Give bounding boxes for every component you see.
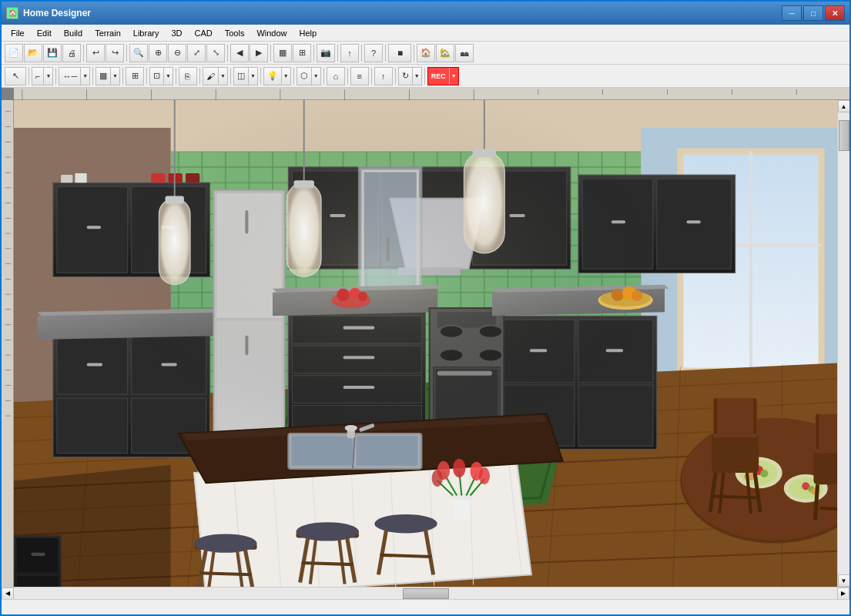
prev-page-button[interactable]: ◀ [230,44,249,62]
polyline-tool[interactable]: ⌐▼ [32,67,53,85]
cabinet-tool[interactable]: ▦▼ [95,67,120,85]
ruler-top: | | | | | | | | | | | | | | | | | | | | … [14,88,849,100]
kitchen-render [14,100,837,587]
scroll-track-v[interactable] [838,112,849,574]
menu-item-file[interactable]: File [5,27,31,39]
scroll-thumb-h[interactable] [403,588,449,599]
main-area: | | | | | | | | | | | | | | | | | | | | … [2,88,849,599]
app-window: 🏠 Home Designer ─ □ ✕ File Edit Build Te… [0,0,851,616]
scroll-left-arrow[interactable]: ◀ [2,588,14,600]
rotate-tool[interactable]: ↻▼ [398,67,422,85]
status-bar [2,599,849,614]
app-icon: 🏠 [6,7,18,19]
menu-item-edit[interactable]: Edit [31,27,58,39]
roof-tool[interactable]: ⌂ [327,67,345,85]
lighting-tool[interactable]: 💡▼ [263,67,291,85]
menu-item-help[interactable]: Help [293,27,323,39]
elevation-button[interactable]: ⊞ [293,44,311,62]
undo-button[interactable]: ↩ [86,44,105,62]
zoom-in-button[interactable]: ⊕ [149,44,167,62]
ruler-left: | | | | | | | | | | | | | | | | | | | | … [2,100,14,587]
stairs-tool[interactable]: ≡ [350,67,369,85]
texture-tool[interactable]: ◫▼ [233,67,258,85]
canvas-row: | | | | | | | | | | | | | | | | | | | | … [2,100,849,587]
horizontal-scrollbar[interactable]: ◀ ▶ [2,587,849,599]
menu-item-window[interactable]: Window [250,27,293,39]
floor-plan-button[interactable]: ▦ [273,44,292,62]
fixture-tool[interactable]: ⊡▼ [149,67,173,85]
next-page-button[interactable]: ▶ [250,44,268,62]
menu-item-3d[interactable]: 3D [165,27,188,39]
canvas-view[interactable] [14,100,837,587]
minimize-button[interactable]: ─ [782,5,802,21]
help-button[interactable]: ? [364,44,383,62]
menu-item-terrain[interactable]: Terrain [89,27,127,39]
zoom-out-button[interactable]: ⊖ [168,44,186,62]
menu-item-build[interactable]: Build [58,27,89,39]
fit-page-button[interactable]: ⤢ [187,44,206,62]
window-controls: ─ □ ✕ [782,5,845,21]
print-button[interactable]: 🖨 [62,44,81,62]
scroll-right-arrow[interactable]: ▶ [837,588,849,600]
render-button[interactable]: ⏹ [388,44,411,62]
scroll-track-h[interactable] [14,588,837,599]
menu-item-library[interactable]: Library [127,27,166,39]
select-tool[interactable]: ↖ [5,67,26,85]
new-button[interactable]: 📄 [5,44,23,62]
menu-bar: File Edit Build Terrain Library 3D CAD T… [2,25,849,42]
dimension-tool[interactable]: ↔─▼ [59,67,90,85]
menu-item-cad[interactable]: CAD [188,27,218,39]
title-bar: 🏠 Home Designer ─ □ ✕ [2,2,849,25]
camera-button[interactable]: 📷 [317,44,335,62]
close-button[interactable]: ✕ [825,5,845,21]
menu-item-tools[interactable]: Tools [219,27,251,39]
canvas-container: | | | | | | | | | | | | | | | | | | | | … [2,88,849,599]
vertical-scrollbar[interactable]: ▲ ▼ [837,100,849,587]
appliance-tool[interactable]: ⊞ [126,67,144,85]
toolbar-1: 📄 📂 💾 🖨 ↩ ↪ 🔍 ⊕ ⊖ ⤢ ⤡ ◀ ▶ ▦ ⊞ 📷 ↑ ? ⏹ 🏠 … [2,42,849,65]
svg-marker-203 [14,465,171,587]
object-tool[interactable]: ⬡▼ [297,67,321,85]
maximize-button[interactable]: □ [803,5,823,21]
toolbar-2: ↖ ⌐▼ ↔─▼ ▦▼ ⊞ ⊡▼ ⎘ 🖌▼ ◫▼ 💡▼ [2,65,849,88]
scroll-down-arrow[interactable]: ▼ [838,574,850,587]
zoom-wheel-button[interactable]: 🔍 [129,44,148,62]
record-tool[interactable]: REC▼ [427,67,459,85]
redo-button[interactable]: ↪ [106,44,124,62]
arrow-tool-button[interactable]: ↑ [340,44,359,62]
move-up-tool[interactable]: ↑ [374,67,393,85]
scroll-up-arrow[interactable]: ▲ [838,100,850,112]
window-title: Home Designer [23,8,782,18]
fill-window-button[interactable]: ⤡ [206,44,225,62]
house2-button[interactable]: 🏡 [436,44,454,62]
house1-button[interactable]: 🏠 [417,44,435,62]
open-button[interactable]: 📂 [24,44,42,62]
scroll-thumb-v[interactable] [839,120,849,151]
house3-button[interactable]: 🏘 [455,44,474,62]
copy-tool[interactable]: ⎘ [179,67,197,85]
paint-tool[interactable]: 🖌▼ [203,67,228,85]
save-button[interactable]: 💾 [43,44,62,62]
